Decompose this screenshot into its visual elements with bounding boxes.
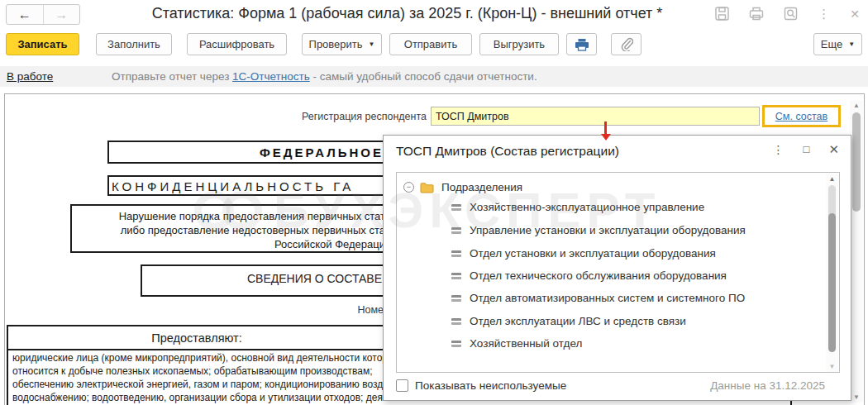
- more-button-label: Еще: [821, 38, 842, 50]
- decipher-button[interactable]: Расшифровать: [187, 33, 287, 55]
- tree-scrollbar: ▲ ▼: [826, 174, 838, 372]
- back-arrow-icon: ←: [18, 7, 31, 22]
- subdivision-icon: [451, 250, 461, 257]
- paperclip-icon: [620, 37, 633, 51]
- popup-window-icons: ⋮ □ ✕: [773, 143, 839, 155]
- unload-button[interactable]: Выгрузить: [479, 33, 559, 55]
- violation-line: либо предоставление недостоверных первич…: [72, 223, 385, 237]
- form-scrollbar: ▲ ▼: [850, 100, 863, 403]
- collapse-icon[interactable]: −: [403, 182, 414, 193]
- scroll-up-icon[interactable]: ▲: [850, 102, 863, 109]
- number-label-fragment: Номе: [315, 304, 384, 316]
- tree-item[interactable]: Отдел автоматизированных систем и систем…: [397, 287, 818, 309]
- tree-item[interactable]: Отдел эксплуатации ЛВС и средств связи: [397, 310, 818, 332]
- show-unused-label[interactable]: Показывать неиспользуемые: [415, 379, 566, 392]
- titlebar: ← → Статистика: Форма 1 (рабочая сила) з…: [0, 0, 868, 28]
- send-button[interactable]: Отправить: [389, 33, 472, 55]
- popup-title: ТОСП Дмитров (Состав регистрации): [396, 144, 619, 159]
- see-structure-highlight: См. состав: [762, 105, 841, 127]
- tree-item[interactable]: Хозяйственно-эксплуатационное управление: [397, 196, 818, 218]
- window-close-icon[interactable]: ✕: [850, 7, 860, 21]
- subdivision-icon: [451, 318, 461, 325]
- forward-button[interactable]: →: [44, 5, 80, 24]
- print-preview-icon[interactable]: [784, 7, 798, 21]
- titlebar-icons: ⋮ ✕: [715, 7, 860, 21]
- popup-maximize-icon[interactable]: □: [804, 144, 810, 155]
- statusbar: В работе Отправьте отчет через 1С-Отчетн…: [0, 66, 868, 87]
- app-window: ← → Статистика: Форма 1 (рабочая сила) з…: [0, 0, 868, 405]
- save-icon[interactable]: [715, 7, 729, 21]
- tree-item-label: Отдел установки и эксплуатации оборудова…: [470, 247, 716, 260]
- history-nav: ← →: [6, 4, 80, 25]
- reporting-service-link[interactable]: 1С-Отчетность: [232, 70, 310, 83]
- tree-item-label: Отдел автоматизированных систем и систем…: [470, 292, 745, 304]
- violation-line: Российской Федераци: [72, 237, 385, 251]
- report-state-link[interactable]: В работе: [7, 70, 53, 83]
- subdivision-icon: [451, 227, 461, 234]
- tree-item-label: Отдел эксплуатации ЛВС и средств связи: [470, 315, 686, 327]
- titlebar-more-icon[interactable]: ⋮: [818, 7, 830, 20]
- subdivision-icon: [451, 295, 461, 302]
- registration-label: Регистрация респондента: [278, 111, 427, 122]
- tree-item-label: Хозяйственный отдел: [470, 337, 582, 350]
- check-button-label: Проверить: [309, 38, 363, 50]
- tree-item[interactable]: Отдел установки и эксплуатации оборудова…: [397, 242, 818, 264]
- tree-root-row[interactable]: − Подразделения: [397, 176, 818, 198]
- scroll-up-icon[interactable]: ▲: [826, 175, 838, 183]
- provide-header-text: Предоставляют:: [8, 331, 385, 345]
- registration-structure-popup: ТОСП Дмитров (Состав регистрации) ⋮ □ ✕ …: [383, 135, 851, 401]
- fill-button[interactable]: Заполнить: [96, 33, 172, 55]
- data-date-label: Данные на 31.12.2025: [710, 379, 825, 392]
- toolbar: Записать Заполнить Расшифровать Проверит…: [0, 30, 868, 60]
- tree-item[interactable]: Управление установки и эксплуатации обор…: [397, 219, 818, 241]
- decipher-button-label: Расшифровать: [199, 38, 274, 50]
- tree-item-label: Отдел технического обслуживания оборудов…: [470, 269, 727, 282]
- tree-item[interactable]: Отдел технического обслуживания оборудов…: [397, 264, 818, 287]
- print-icon[interactable]: [749, 7, 764, 21]
- fill-button-label: Заполнить: [107, 38, 160, 50]
- popup-more-icon[interactable]: ⋮: [773, 144, 785, 155]
- confidentiality-text: КОНФИДЕНЦИАЛЬНОСТЬ ГА: [112, 179, 354, 193]
- check-button[interactable]: Проверить ▼: [302, 33, 382, 55]
- registration-input[interactable]: [431, 107, 760, 126]
- info-heading-text: СВЕДЕНИЯ О СОСТАВЕ: [142, 272, 382, 285]
- status-message-after: - самый удобный способ сдачи отчетности.: [313, 70, 537, 83]
- scrollbar-thumb[interactable]: [852, 112, 861, 212]
- status-message-before: Отправьте отчет через: [112, 70, 229, 83]
- tree-scrollbar-thumb[interactable]: [828, 213, 836, 352]
- subdivision-icon: [451, 204, 461, 211]
- federal-heading-text: ФЕДЕРАЛЬНОЕ: [109, 145, 384, 160]
- attachments-button[interactable]: [611, 33, 641, 55]
- save-button[interactable]: Записать: [6, 33, 79, 55]
- subdivisions-tree: − Подразделения Хозяйственно-эксплуатаци…: [396, 172, 840, 373]
- folder-icon: [420, 182, 434, 193]
- tree-item[interactable]: Хозяйственный отдел: [397, 332, 818, 355]
- status-message: Отправьте отчет через 1С-Отчетность - са…: [112, 70, 537, 83]
- tree-root-label: Подразделения: [441, 181, 522, 193]
- save-button-label: Записать: [17, 38, 67, 50]
- tree-item-label: Управление установки и эксплуатации обор…: [470, 224, 746, 236]
- unload-button-label: Выгрузить: [494, 38, 545, 50]
- page-title: Статистика: Форма 1 (рабочая сила) за 20…: [91, 5, 723, 22]
- violation-line: Нарушение порядка предоставления первичн…: [72, 209, 385, 223]
- tree-item-label: Хозяйственно-эксплуатационное управление: [470, 201, 704, 213]
- printer-icon: [575, 38, 589, 51]
- popup-close-icon[interactable]: ✕: [828, 143, 839, 155]
- scroll-down-icon[interactable]: ▼: [826, 363, 838, 370]
- subdivision-icon: [451, 341, 461, 347]
- popup-footer: Показывать неиспользуемые Данные на 31.1…: [396, 377, 838, 397]
- back-button[interactable]: ←: [7, 5, 44, 24]
- forward-arrow-icon: →: [55, 7, 68, 22]
- show-unused-checkbox[interactable]: [396, 379, 408, 392]
- see-structure-link[interactable]: См. состав: [775, 111, 827, 122]
- chevron-down-icon: ▼: [848, 40, 855, 48]
- chevron-down-icon: ▼: [369, 40, 375, 48]
- subdivision-icon: [451, 273, 461, 279]
- more-button[interactable]: Еще ▼: [813, 33, 862, 55]
- scroll-down-icon[interactable]: ▼: [850, 393, 863, 401]
- print-report-button[interactable]: [566, 33, 597, 55]
- send-button-label: Отправить: [404, 38, 457, 50]
